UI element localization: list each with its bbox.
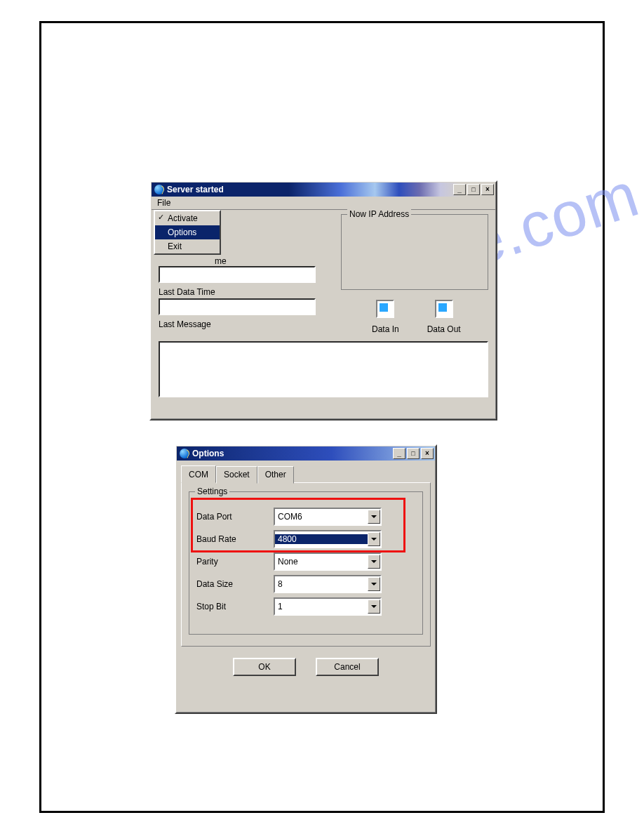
server-title: Server started (167, 185, 224, 194)
label-data-size: Data Size (196, 579, 274, 589)
menu-exit[interactable]: Exit (155, 239, 220, 253)
close-button[interactable]: × (481, 184, 494, 195)
combo-data-size[interactable]: 8 (274, 575, 382, 593)
cancel-button[interactable]: Cancel (316, 658, 379, 676)
menu-options[interactable]: Options (155, 225, 220, 239)
label-data-out: Data Out (416, 324, 472, 334)
value-parity: None (275, 557, 368, 567)
tab-panel-com: Settings Data Port COM6 Baud Rate 4800 (181, 482, 431, 647)
close-button[interactable]: × (421, 448, 434, 459)
chevron-down-icon[interactable] (368, 555, 380, 569)
last-message-input[interactable] (159, 341, 488, 397)
tab-socket[interactable]: Socket (216, 466, 257, 484)
value-data-size: 8 (275, 579, 368, 589)
options-title: Options (192, 449, 224, 458)
menu-activate[interactable]: Activate (155, 211, 220, 225)
data-in-led (376, 300, 394, 318)
label-parity: Parity (196, 557, 274, 567)
menu-file[interactable]: File (153, 197, 175, 209)
ok-button[interactable]: OK (233, 658, 296, 676)
menubar: File (152, 197, 495, 210)
time-input[interactable] (159, 266, 316, 283)
tab-other[interactable]: Other (257, 466, 294, 484)
highlight-box (191, 498, 405, 552)
app-icon (180, 449, 189, 458)
label-last-message: Last Message (159, 319, 331, 329)
minimize-button[interactable]: _ (393, 448, 405, 459)
now-ip-legend: Now IP Address (347, 209, 411, 219)
settings-group: Settings Data Port COM6 Baud Rate 4800 (189, 491, 423, 635)
label-partial: me (215, 256, 227, 266)
combo-stop-bit[interactable]: 1 (274, 597, 382, 616)
app-icon (154, 185, 164, 194)
server-titlebar[interactable]: Server started _ □ × (152, 183, 495, 197)
tab-com[interactable]: COM (181, 465, 216, 483)
label-data-in: Data In (357, 324, 413, 334)
page-frame: manualshive.com Server started _ □ × Fil… (39, 21, 605, 813)
tabstrip: COM Socket Other (177, 461, 435, 482)
chevron-down-icon[interactable] (368, 600, 380, 614)
value-stop-bit: 1 (275, 602, 368, 611)
maximize-button[interactable]: □ (467, 184, 480, 195)
settings-legend: Settings (195, 486, 229, 496)
minimize-button[interactable]: _ (453, 184, 466, 195)
now-ip-group: Now IP Address (341, 214, 488, 290)
label-stop-bit: Stop Bit (196, 602, 274, 611)
server-window: Server started _ □ × File Activate Optio… (149, 180, 497, 421)
dialog-buttons: OK Cancel (177, 651, 435, 680)
options-window: Options _ □ × COM Socket Other Settings (175, 444, 437, 714)
options-titlebar[interactable]: Options _ □ × (177, 446, 435, 461)
maximize-button[interactable]: □ (407, 448, 420, 459)
combo-parity[interactable]: None (274, 552, 382, 571)
file-menu-dropdown: Activate Options Exit (154, 210, 221, 255)
label-last-data-time: Last Data Time (159, 287, 331, 297)
data-out-led (435, 300, 453, 318)
chevron-down-icon[interactable] (368, 577, 380, 591)
last-data-time-input[interactable] (159, 298, 316, 315)
